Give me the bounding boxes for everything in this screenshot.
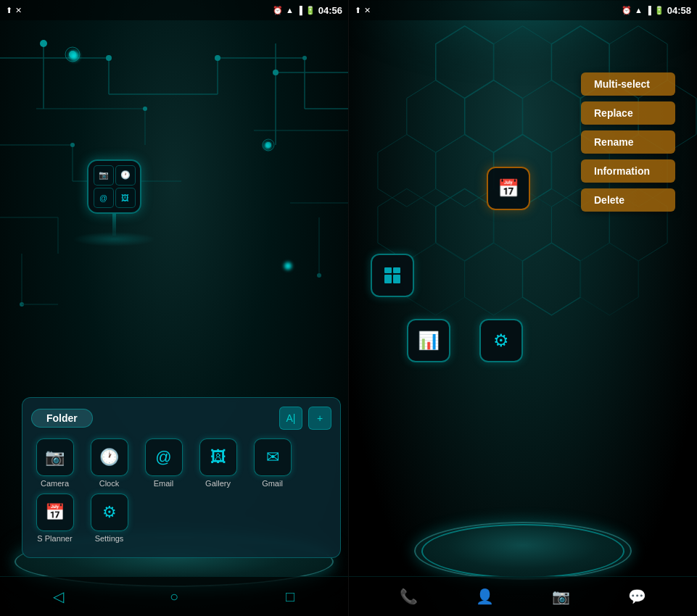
gmail-label: Gmail [262, 479, 283, 488]
nav-phone[interactable]: 📞 [395, 582, 424, 611]
right-usb-icon: ⬆ [355, 6, 361, 15]
right-battery-icon: 🔋 [654, 6, 664, 15]
mini-clock: 🕐 [115, 165, 136, 186]
signal-bars-icon: ▐ [297, 6, 302, 14]
app-gallery[interactable]: 🖼 Gallery [194, 438, 242, 488]
glow-dot-3 [283, 261, 293, 271]
glow-dot-1 [67, 49, 81, 62]
settings-icon-box: ⚙ [91, 494, 128, 531]
bottom-icon-row: 📊 ⚙ [407, 319, 523, 362]
svg-rect-62 [393, 275, 400, 283]
wifi-icon: ▲ [286, 6, 294, 14]
battery-icon: 🔋 [305, 6, 315, 15]
gallery-label: Gallery [205, 479, 231, 488]
nav-menu-left[interactable]: □ [276, 582, 305, 611]
splanner-icon-box: 📅 [36, 494, 74, 531]
gmail-icon-box: ✉ [254, 438, 292, 476]
status-bar-right: ⬆ ✕ ⏰ ▲ ▐ 🔋 04:58 [349, 0, 697, 20]
svg-marker-55 [465, 243, 523, 315]
folder-platform [73, 232, 156, 246]
svg-point-19 [143, 107, 147, 111]
folder-float-box[interactable]: 📷 🕐 @ 🖼 [87, 159, 141, 214]
glow-dot-2 [263, 141, 272, 150]
right-alarm-icon: ⏰ [622, 6, 632, 15]
right-status-icons: ⬆ ✕ [355, 6, 371, 15]
nav-camera-right[interactable]: 📷 [547, 582, 576, 611]
camera-icon-box: 📷 [36, 438, 74, 476]
clock-icon-box: 🕐 [91, 438, 128, 476]
bottom-nav-left: ◁ ○ □ [0, 576, 348, 616]
settings-label: Settings [95, 534, 124, 543]
folder-header: Folder A| + [31, 407, 331, 430]
right-panel: ⬆ ✕ ⏰ ▲ ▐ 🔋 04:58 Multi-select Replace R… [348, 0, 697, 616]
svg-rect-61 [384, 275, 392, 283]
app-splanner[interactable]: 📅 S Planner [31, 494, 78, 543]
widget-icon-1[interactable]: 📊 [407, 319, 450, 362]
right-status-right-icons: ⏰ ▲ ▐ 🔋 04:58 [622, 5, 691, 16]
signal-blocked-icon: ✕ [15, 6, 22, 15]
right-time: 04:58 [667, 5, 691, 16]
folder-rename-btn[interactable]: A| [279, 407, 302, 430]
disc-ring [421, 524, 624, 578]
context-menu: Multi-select Replace Rename Information … [581, 72, 675, 212]
usb-icon: ⬆ [6, 6, 12, 15]
nav-messages[interactable]: 💬 [623, 582, 652, 611]
mini-email: @ [94, 188, 114, 208]
app-gmail[interactable]: ✉ Gmail [249, 438, 296, 488]
left-icon-cluster [371, 254, 414, 319]
svg-point-22 [70, 143, 75, 147]
gallery-icon-box: 🖼 [199, 438, 237, 476]
svg-rect-59 [384, 267, 392, 273]
calendar-icon-box: 📅 [487, 167, 530, 210]
mini-camera: 📷 [94, 165, 114, 186]
svg-point-20 [273, 70, 279, 75]
right-blocked-icon: ✕ [364, 6, 371, 15]
clock-label: Clock [99, 479, 120, 488]
svg-point-21 [302, 56, 307, 60]
svg-point-18 [40, 40, 47, 47]
calculator-icon[interactable] [371, 254, 414, 297]
email-icon-box: @ [145, 438, 183, 476]
svg-point-34 [317, 273, 321, 278]
bottom-nav-right: 📞 👤 📷 💬 [349, 576, 697, 616]
widget-icon-2[interactable]: ⚙ [479, 319, 523, 362]
context-information[interactable]: Information [581, 159, 675, 183]
camera-label: Camera [41, 479, 69, 488]
folder-icons-row-1: 📷 Camera 🕐 Clock @ Email 🖼 Gallery ✉ [31, 438, 331, 488]
app-email[interactable]: @ Email [140, 438, 187, 488]
svg-marker-57 [580, 243, 638, 315]
email-label: Email [154, 479, 174, 488]
nav-back-left[interactable]: ◁ [44, 582, 73, 611]
context-multiselect[interactable]: Multi-select [581, 72, 675, 96]
svg-point-16 [106, 55, 112, 61]
calendar-icon-selected[interactable]: 📅 [487, 167, 530, 210]
left-status-right-icons: ⏰ ▲ ▐ 🔋 04:56 [273, 5, 342, 16]
context-delete[interactable]: Delete [581, 188, 675, 212]
context-rename[interactable]: Rename [581, 130, 675, 154]
left-panel: ⬆ ✕ ⏰ ▲ ▐ 🔋 04:56 📷 🕐 @ 🖼 Folder A| [0, 0, 348, 616]
mini-gallery: 🖼 [115, 188, 136, 208]
app-camera[interactable]: 📷 Camera [31, 438, 78, 488]
svg-marker-49 [378, 188, 436, 261]
status-bar-left: ⬆ ✕ ⏰ ▲ ▐ 🔋 04:56 [0, 0, 348, 20]
folder-widget: Folder A| + 📷 Camera 🕐 Clock @ Em [22, 397, 341, 558]
svg-marker-50 [436, 188, 494, 261]
app-clock[interactable]: 🕐 Clock [86, 438, 133, 488]
left-time: 04:56 [318, 5, 342, 16]
app-settings[interactable]: ⚙ Settings [86, 494, 133, 543]
svg-marker-54 [407, 243, 465, 315]
nav-contacts[interactable]: 👤 [471, 582, 500, 611]
folder-title: Folder [31, 409, 93, 428]
context-replace[interactable]: Replace [581, 101, 675, 125]
svg-point-17 [215, 55, 220, 61]
folder-add-btn[interactable]: + [308, 407, 331, 430]
nav-home-left[interactable]: ○ [160, 582, 189, 611]
right-wifi-icon: ▲ [635, 6, 643, 14]
alarm-icon: ⏰ [273, 6, 283, 15]
folder-icons-row-2: 📅 S Planner ⚙ Settings [31, 494, 331, 543]
folder-container: Folder A| + 📷 Camera 🕐 Clock @ Em [22, 397, 341, 558]
folder-header-icons: A| + [279, 407, 331, 430]
left-status-icons: ⬆ ✕ [6, 6, 22, 15]
folder-float-icon[interactable]: 📷 🕐 @ 🖼 [87, 159, 141, 214]
splanner-label: S Planner [37, 534, 72, 543]
